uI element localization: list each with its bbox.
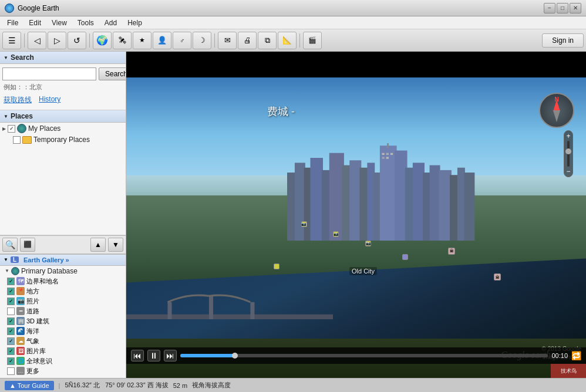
menu-edit[interactable]: Edit — [24, 18, 46, 28]
layer-borders[interactable]: ✓ 🗺 边界和地名 — [0, 276, 126, 286]
forward-button[interactable]: ▷ — [48, 32, 66, 49]
layer-roads[interactable]: ━ 道路 — [0, 306, 126, 316]
search-input[interactable] — [2, 67, 96, 80]
move-down-button[interactable]: ▼ — [108, 238, 123, 252]
borders-checkbox[interactable]: ✓ — [7, 278, 15, 285]
photos-icon: 📷 — [16, 297, 25, 305]
menu-help[interactable]: Help — [123, 18, 147, 28]
svg-rect-0 — [287, 173, 295, 241]
progress-track[interactable] — [180, 354, 548, 357]
signin-button[interactable]: Sign in — [542, 33, 584, 48]
places-layer-label: 地方 — [26, 287, 39, 296]
menu-view[interactable]: View — [47, 18, 72, 28]
pause-button[interactable]: ⏸ — [147, 350, 160, 361]
more-label: 更多 — [26, 367, 39, 376]
places-checkbox[interactable]: ✓ — [7, 288, 15, 295]
layer-gallery[interactable]: ✓ 🖼 图片库 — [0, 346, 126, 356]
layers-collapse-icon[interactable]: ▼ — [4, 257, 8, 262]
layer-3d[interactable]: ✓ 🏢 3D 建筑 — [0, 316, 126, 326]
layer-weather[interactable]: ✓ ☁ 气象 — [0, 336, 126, 346]
temp-places-checkbox[interactable] — [13, 136, 21, 144]
tour-guide-button[interactable]: ▲ Tour Guide — [5, 381, 54, 390]
prev-button[interactable]: ⏮ — [131, 350, 144, 361]
maximize-button[interactable]: □ — [557, 3, 568, 13]
menu-add[interactable]: Add — [100, 18, 122, 28]
menu-tools[interactable]: Tools — [73, 18, 99, 28]
earth-view-button[interactable]: 🌍 — [93, 32, 112, 49]
zoom-thumb[interactable] — [565, 148, 571, 154]
move-up-button[interactable]: ▲ — [90, 238, 106, 252]
pdb-expand-icon: ▼ — [5, 268, 9, 273]
borders-icon: 🗺 — [16, 277, 25, 285]
svg-rect-20 — [464, 173, 474, 241]
history-link[interactable]: History — [39, 95, 60, 105]
zoom-in-button[interactable]: + — [566, 133, 570, 140]
3d-checkbox[interactable]: ✓ — [7, 317, 15, 325]
satellite-button[interactable]: 🛰 — [113, 32, 132, 49]
map-area[interactable]: 📷 📷 📷 🏛 🏛 费城 - Old City N + — [126, 52, 586, 378]
measure-button[interactable]: 📐 — [278, 32, 297, 49]
directions-link[interactable]: 获取路线 — [4, 95, 32, 105]
app-icon — [5, 4, 14, 13]
close-button[interactable]: ✕ — [570, 3, 581, 13]
add-placemark-button[interactable]: ⬛ — [20, 238, 35, 252]
movie-button[interactable]: 🎬 — [303, 32, 322, 49]
search-header[interactable]: ▼ Search — [0, 52, 126, 64]
mars-button[interactable]: ♂ — [173, 32, 191, 49]
layer-more[interactable]: … 更多 — [0, 366, 126, 376]
global-checkbox[interactable]: ✓ — [7, 357, 15, 365]
svg-rect-23 — [390, 153, 393, 154]
main-area: ▼ Search Search 例如：：北京 获取路线 History ▼ Pl… — [0, 52, 586, 378]
weather-checkbox[interactable]: ✓ — [7, 337, 15, 345]
expand-icon: ▶ — [2, 126, 6, 131]
zoom-out-button[interactable]: − — [566, 168, 570, 175]
sidebar-toggle-button[interactable]: ☰ — [2, 32, 21, 49]
menu-file[interactable]: File — [2, 18, 23, 28]
my-places-icon — [17, 124, 26, 133]
gallery-checkbox[interactable]: ✓ — [7, 347, 15, 355]
places-layer-icon: 📍 — [16, 287, 25, 295]
temp-places-item[interactable]: Temporary Places — [0, 134, 126, 145]
svg-rect-21 — [382, 153, 385, 154]
minimize-button[interactable]: − — [544, 3, 555, 13]
more-checkbox[interactable] — [7, 367, 15, 375]
skyline-svg — [287, 143, 540, 241]
email-button[interactable]: ✉ — [218, 32, 237, 49]
print-button[interactable]: 🖨 — [238, 32, 257, 49]
moon-button[interactable]: ☽ — [193, 32, 211, 49]
repeat-button[interactable]: 🔁 — [571, 351, 581, 360]
progress-thumb[interactable] — [232, 353, 238, 359]
svg-rect-29 — [209, 296, 213, 319]
next-button[interactable]: ⏭ — [164, 350, 177, 361]
refresh-button[interactable]: ↺ — [68, 32, 86, 49]
svg-rect-6 — [342, 165, 350, 241]
layer-ocean[interactable]: ✓ 🌊 海洋 — [0, 326, 126, 336]
zoom-slider[interactable]: + − — [564, 130, 573, 177]
ocean-checkbox[interactable]: ✓ — [7, 327, 15, 335]
my-places-checkbox[interactable]: ✓ — [8, 125, 15, 133]
svg-rect-25 — [386, 157, 389, 158]
temp-places-icon — [22, 136, 32, 144]
layer-places[interactable]: ✓ 📍 地方 — [0, 286, 126, 296]
svg-rect-5 — [329, 153, 344, 241]
primary-db-item[interactable]: ▼ Primary Database — [0, 266, 126, 276]
search-button[interactable]: Search — [99, 67, 126, 80]
earth-gallery-link[interactable]: Earth Gallery » — [23, 256, 69, 263]
roads-checkbox[interactable] — [7, 307, 15, 315]
compass-ring[interactable]: N — [539, 93, 574, 128]
weather-label: 气象 — [26, 337, 39, 346]
layer-global[interactable]: ✓ 🌐 全球意识 — [0, 356, 126, 366]
compass[interactable]: N — [539, 93, 574, 128]
places-section: ▼ Places ▶ ✓ My Places Temporary Places — [0, 110, 126, 235]
photos-checkbox[interactable]: ✓ — [7, 298, 15, 305]
layer-photos[interactable]: ✓ 📷 照片 — [0, 296, 126, 306]
my-places-item[interactable]: ▶ ✓ My Places — [0, 123, 126, 134]
copy-button[interactable]: ⧉ — [258, 32, 277, 49]
places-header[interactable]: ▼ Places — [0, 110, 126, 123]
add-folder-button[interactable]: 🔍 — [2, 238, 18, 252]
sky-button[interactable]: ★ — [133, 32, 151, 49]
svg-rect-30 — [250, 302, 254, 319]
back-button[interactable]: ◁ — [28, 32, 46, 49]
street-view-button[interactable]: 👤 — [153, 32, 171, 49]
global-icon: 🌐 — [16, 357, 25, 365]
